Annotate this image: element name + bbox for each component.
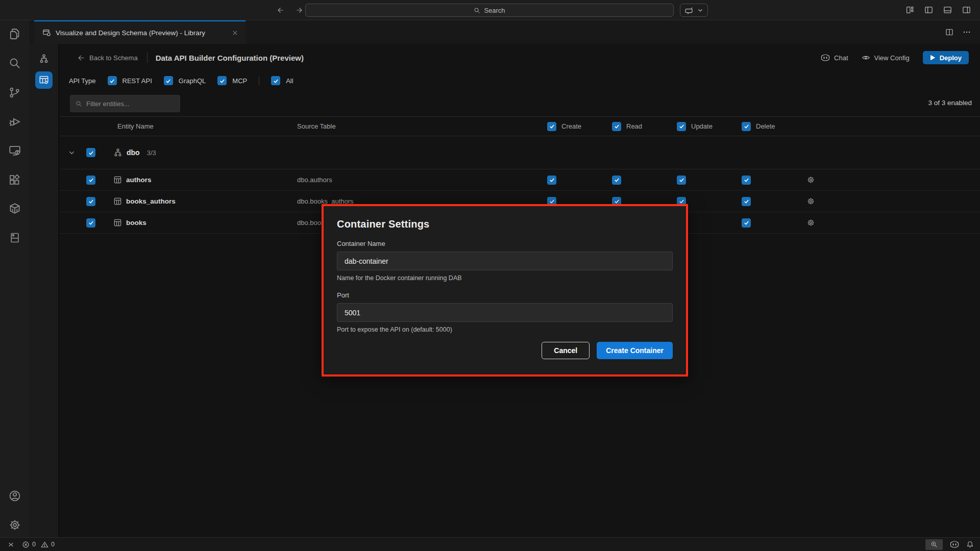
- remote-explorer-icon[interactable]: [9, 144, 21, 157]
- database-projects-icon[interactable]: [9, 232, 21, 244]
- dab-config-tool-icon[interactable]: [35, 71, 53, 89]
- schema-designer-tab-icon: [42, 29, 51, 37]
- update-checkbox[interactable]: [677, 176, 686, 185]
- rest-api-option[interactable]: REST API: [108, 76, 152, 85]
- create-cell[interactable]: [532, 176, 597, 185]
- update-all-checkbox[interactable]: [677, 122, 686, 131]
- group-expand-chevron-icon[interactable]: [60, 149, 83, 157]
- delete-all-checkbox[interactable]: [742, 122, 751, 131]
- nav-forward-icon[interactable]: [294, 4, 306, 17]
- filter-entities-box[interactable]: [70, 95, 180, 112]
- container-name-label: Container Name: [337, 240, 673, 247]
- graphql-label: GraphQL: [179, 77, 206, 85]
- deploy-label: Deploy: [940, 54, 962, 62]
- view-config-label: View Config: [874, 54, 910, 62]
- tab-close-icon[interactable]: [230, 28, 239, 37]
- delete-checkbox[interactable]: [742, 218, 751, 228]
- delete-cell[interactable]: [726, 218, 791, 228]
- source-control-icon[interactable]: [9, 86, 21, 98]
- copilot-icon: [685, 7, 694, 14]
- delete-checkbox[interactable]: [742, 197, 751, 206]
- chat-button[interactable]: Chat: [821, 54, 848, 62]
- filter-entities-input[interactable]: [86, 100, 168, 108]
- entity-name: books: [126, 219, 146, 227]
- toggle-panel-icon[interactable]: [942, 4, 953, 15]
- delete-checkbox[interactable]: [742, 176, 751, 185]
- delete-cell[interactable]: [726, 197, 791, 206]
- all-option[interactable]: All: [271, 76, 293, 85]
- editor-more-actions-icon[interactable]: [963, 28, 971, 36]
- search-icon: [76, 101, 82, 107]
- col-update: Update: [662, 122, 726, 131]
- rest-api-label: REST API: [122, 77, 152, 85]
- notifications-bell-icon[interactable]: [966, 541, 974, 548]
- accounts-icon[interactable]: [9, 490, 21, 502]
- extensions-icon[interactable]: [9, 173, 21, 186]
- explorer-icon[interactable]: [9, 28, 21, 40]
- row-checkbox[interactable]: [86, 176, 95, 185]
- enabled-summary: 3 of 3 enabled: [928, 99, 972, 107]
- cancel-button[interactable]: Cancel: [542, 342, 590, 359]
- run-debug-icon[interactable]: [9, 115, 21, 128]
- row-checkbox[interactable]: [86, 218, 95, 228]
- all-checkbox[interactable]: [271, 76, 280, 85]
- graphql-option[interactable]: GraphQL: [164, 76, 206, 85]
- container-name-input[interactable]: [337, 252, 673, 270]
- read-all-checkbox[interactable]: [612, 122, 621, 131]
- create-checkbox[interactable]: [547, 176, 556, 185]
- chevron-down-icon: [698, 8, 703, 12]
- table-grid-icon: [113, 218, 122, 227]
- nav-back-icon[interactable]: [274, 4, 286, 17]
- port-label: Port: [337, 291, 673, 299]
- read-checkbox[interactable]: [612, 176, 621, 185]
- copilot-chat-button[interactable]: [680, 4, 708, 17]
- search-sidebar-icon[interactable]: [9, 57, 21, 69]
- zoom-status-icon[interactable]: [925, 539, 943, 550]
- container-tools-icon[interactable]: [9, 203, 21, 215]
- create-container-button[interactable]: Create Container: [597, 342, 673, 359]
- group-checkbox[interactable]: [86, 148, 95, 157]
- search-label: Search: [484, 7, 505, 14]
- delete-cell[interactable]: [726, 176, 791, 185]
- mcp-option[interactable]: MCP: [217, 76, 247, 85]
- toggle-secondary-sidebar-icon[interactable]: [961, 4, 972, 15]
- play-icon: [930, 55, 936, 61]
- tab-title: Visualize and Design Schema (Preview) - …: [56, 29, 205, 37]
- port-input[interactable]: [337, 303, 673, 322]
- copilot-status-icon[interactable]: [950, 541, 959, 548]
- header-divider: [147, 53, 148, 63]
- mcp-checkbox[interactable]: [217, 76, 227, 85]
- port-help: Port to expose the API on (default: 5000…: [337, 326, 673, 333]
- read-cell[interactable]: [597, 176, 662, 185]
- entity-name: books_authors: [126, 197, 176, 205]
- row-settings-gear-icon[interactable]: [791, 218, 980, 227]
- api-type-label: API Type: [69, 77, 96, 85]
- delete-label: Delete: [756, 122, 775, 130]
- command-center-search[interactable]: Search: [305, 4, 674, 17]
- create-all-checkbox[interactable]: [547, 122, 556, 131]
- view-config-button[interactable]: View Config: [862, 54, 910, 62]
- toggle-primary-sidebar-icon[interactable]: [923, 4, 934, 15]
- tab-visualize-design-schema[interactable]: Visualize and Design Schema (Preview) - …: [34, 20, 246, 44]
- back-to-schema-link[interactable]: Back to Schema: [77, 54, 138, 62]
- problems-indicator[interactable]: 0 0: [20, 541, 57, 548]
- panel-collapse-icon[interactable]: [5, 541, 17, 548]
- schema-diagram-tool-icon[interactable]: [35, 50, 53, 67]
- table-grid-icon: [113, 197, 122, 206]
- split-editor-icon[interactable]: [945, 28, 953, 36]
- update-label: Update: [691, 122, 713, 130]
- update-cell[interactable]: [662, 176, 726, 185]
- deploy-button[interactable]: Deploy: [923, 51, 969, 64]
- row-settings-gear-icon[interactable]: [791, 176, 980, 184]
- warning-count: 0: [51, 541, 55, 548]
- rest-api-checkbox[interactable]: [108, 76, 117, 85]
- customize-layout-icon[interactable]: [904, 4, 915, 15]
- chat-label: Chat: [834, 54, 848, 62]
- row-checkbox[interactable]: [86, 197, 95, 206]
- table-grid-icon: [113, 176, 122, 184]
- row-settings-gear-icon[interactable]: [791, 197, 980, 206]
- copilot-chat-icon: [821, 54, 830, 62]
- mcp-label: MCP: [232, 77, 247, 85]
- settings-gear-icon[interactable]: [9, 519, 21, 531]
- graphql-checkbox[interactable]: [164, 76, 173, 85]
